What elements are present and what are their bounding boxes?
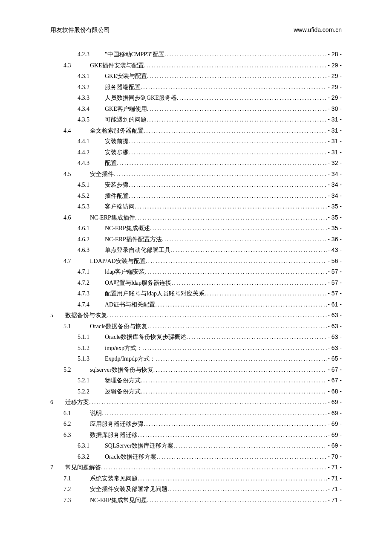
- toc-entry[interactable]: 5.1.1Oracle数据库备份恢复步骤概述- 63 -: [50, 332, 342, 343]
- toc-entry[interactable]: 5.1.2imp/exp方式：- 63 -: [50, 343, 342, 354]
- toc-leader-dots: [205, 288, 327, 299]
- toc-leader-dots: [107, 310, 327, 321]
- toc-number: 4.3.5: [50, 115, 105, 125]
- toc-number: 5.2.2: [50, 387, 105, 397]
- toc-entry[interactable]: 6.3.1SQLServer数据库迁移方案- 69 -: [50, 440, 342, 451]
- toc-page: - 56 -: [327, 256, 342, 266]
- toc-entry[interactable]: 7.1系统安装常见问题- 71 -: [50, 473, 342, 484]
- toc-number: 5.2.1: [50, 376, 105, 386]
- toc-title: 数据备份与恢复: [65, 310, 107, 321]
- toc-title: 物理备份方式: [105, 376, 141, 386]
- toc-entry[interactable]: 4.7.2OA配置与ldap服务器连接- 57 -: [50, 278, 342, 289]
- toc-leader-dots: [156, 353, 327, 364]
- toc-number: 4.3.3: [50, 93, 105, 104]
- toc-entry[interactable]: 6.3.2Oracle数据迁移方案- 70 -: [50, 451, 342, 462]
- toc-leader-dots: [167, 484, 327, 494]
- toc-page: - 69 -: [327, 397, 342, 408]
- toc-number: 6.3.1: [50, 441, 105, 451]
- toc-number: 6.1: [50, 408, 77, 419]
- toc-page: - 71 -: [327, 473, 342, 484]
- toc-entry[interactable]: 4.5.2插件配置- 34 -: [50, 191, 342, 202]
- toc-entry[interactable]: 4.7.1ldap客户端安装- 57 -: [50, 266, 342, 278]
- toc-entry[interactable]: 6迁移方案- 69 -: [50, 397, 342, 408]
- toc-title: 安装前提: [105, 136, 129, 147]
- toc-title: 安装步骤: [105, 147, 129, 158]
- toc-number: 7.2: [50, 484, 77, 495]
- toc-entry[interactable]: 4.3GKE插件安装与配置- 29 -: [50, 60, 342, 71]
- toc-page: - 61 -: [327, 299, 342, 310]
- toc-entry[interactable]: 4.6.3单点登录自动化部署工具- 43 -: [50, 245, 342, 256]
- toc-entry[interactable]: 5.1.3Expdp/Impdp方式：- 65 -: [50, 353, 342, 364]
- toc-page: - 69 -: [327, 419, 342, 429]
- toc-entry[interactable]: 4.3.4GKE客户端使用- 30 -: [50, 104, 342, 115]
- toc-entry[interactable]: 4.7.3配置用户账号与ldap人员账号对应关系- 57 -: [50, 288, 342, 299]
- toc-entry[interactable]: 4.3.5可能遇到的问题- 31 -: [50, 114, 342, 125]
- toc-leader-dots: [145, 266, 327, 277]
- toc-number: 4.6.3: [50, 245, 105, 256]
- toc-title: 安装步骤: [105, 180, 129, 191]
- toc-entry[interactable]: 4.7LDAP/AD安装与配置- 56 -: [50, 256, 342, 267]
- toc-title: 系统安装常见问题: [90, 474, 138, 484]
- toc-entry[interactable]: 4.5.3客户端访问- 35 -: [50, 201, 342, 212]
- toc-leader-dots: [144, 419, 327, 429]
- toc-entry[interactable]: 6.2应用服务器迁移步骤- 69 -: [50, 419, 342, 430]
- toc-page: - 32 -: [327, 158, 342, 168]
- toc-number: 5.1.1: [50, 332, 105, 343]
- toc-number: 7.3: [50, 495, 77, 506]
- toc-page: - 35 -: [327, 212, 342, 223]
- toc-entry[interactable]: 4.3.2服务器端配置- 29 -: [50, 82, 342, 93]
- toc-entry[interactable]: 4.5安全插件- 34 -: [50, 169, 342, 180]
- toc-entry[interactable]: 5数据备份与恢复- 63 -: [50, 310, 342, 321]
- toc-number: 5.1.2: [50, 343, 105, 354]
- toc-leader-dots: [129, 147, 327, 158]
- toc-entry[interactable]: 7.2安全插件安装及部署常见问题- 71 -: [50, 484, 342, 495]
- toc-title: 单点登录自动化部署工具: [105, 245, 170, 256]
- toc-title: ldap客户端安装: [105, 267, 145, 278]
- toc-title: 配置: [105, 158, 117, 169]
- toc-entry[interactable]: 4.4.2安装步骤- 31 -: [50, 147, 342, 158]
- toc-leader-dots: [117, 158, 327, 168]
- toc-entry[interactable]: 4.6NC-ERP集成插件- 35 -: [50, 212, 342, 223]
- toc-entry[interactable]: 7.3NC-ERP集成常见问题- 71 -: [50, 495, 342, 506]
- toc-entry[interactable]: 5.2.1物理备份方式- 67 -: [50, 375, 342, 386]
- toc-entry[interactable]: 4.3.1GKE安装与配置- 29 -: [50, 71, 342, 82]
- toc-entry[interactable]: 6.1说明- 69 -: [50, 408, 342, 419]
- toc-entry[interactable]: 7常见问题解答- 71 -: [50, 462, 342, 473]
- toc-title: 逻辑备份方式: [105, 387, 141, 397]
- toc-entry[interactable]: 4.4.1安装前提- 31 -: [50, 136, 342, 147]
- toc-number: 4.5.1: [50, 180, 105, 191]
- toc-page: - 63 -: [327, 310, 342, 321]
- toc-leader-dots: [129, 191, 327, 201]
- toc-page: - 63 -: [327, 332, 342, 342]
- toc-entry[interactable]: 4.4.3配置- 32 -: [50, 158, 342, 169]
- toc-entry[interactable]: 6.3数据库服务器迁移- 69 -: [50, 430, 342, 441]
- page-header: 用友软件股份有限公司 www.ufida.com.cn: [50, 26, 342, 36]
- toc-title: 服务器端配置: [105, 82, 141, 93]
- toc-number: 4.6.2: [50, 234, 105, 245]
- toc-title: GKE客户端使用: [105, 104, 147, 115]
- toc-title: NC-ERP插件配置方法: [105, 234, 162, 245]
- toc-entry[interactable]: 4.6.1NC-ERP集成概述- 35 -: [50, 223, 342, 234]
- toc-title: SQLServer数据库迁移方案: [105, 441, 173, 451]
- toc-page: - 31 -: [327, 125, 342, 136]
- toc-page: - 34 -: [327, 191, 342, 201]
- toc-entry[interactable]: 4.4全文检索服务器配置- 31 -: [50, 125, 342, 136]
- toc-entry[interactable]: 4.3.3人员数据同步到GKE服务器- 29 -: [50, 92, 342, 104]
- toc-page: - 63 -: [327, 343, 342, 353]
- toc-leader-dots: [162, 234, 327, 245]
- toc-page: - 57 -: [327, 288, 342, 299]
- toc-title: sqlserver数据备份与恢复: [90, 365, 153, 376]
- toc-title: GKE插件安装与配置: [90, 61, 144, 71]
- toc-number: 4.7: [50, 256, 77, 267]
- toc-entry[interactable]: 5.2.2逻辑备份方式- 68 -: [50, 386, 342, 397]
- toc-entry[interactable]: 5.2sqlserver数据备份与恢复- 67 -: [50, 364, 342, 376]
- toc-entry[interactable]: 4.5.1安装步骤- 34 -: [50, 179, 342, 191]
- toc-entry[interactable]: 5.1Oracle数据备份与恢复- 63 -: [50, 321, 342, 332]
- toc-number: 4.5.2: [50, 191, 105, 202]
- toc-page: - 35 -: [327, 201, 342, 212]
- toc-title: "中国移动CMPP3"配置: [105, 49, 164, 60]
- toc-entry[interactable]: 4.7.4AD证书与相关配置- 61 -: [50, 299, 342, 310]
- toc-entry[interactable]: 4.6.2NC-ERP插件配置方法- 36 -: [50, 234, 342, 245]
- toc-entry[interactable]: 4.2.3"中国移动CMPP3"配置- 28 -: [50, 49, 342, 60]
- toc-title: 插件配置: [105, 191, 129, 202]
